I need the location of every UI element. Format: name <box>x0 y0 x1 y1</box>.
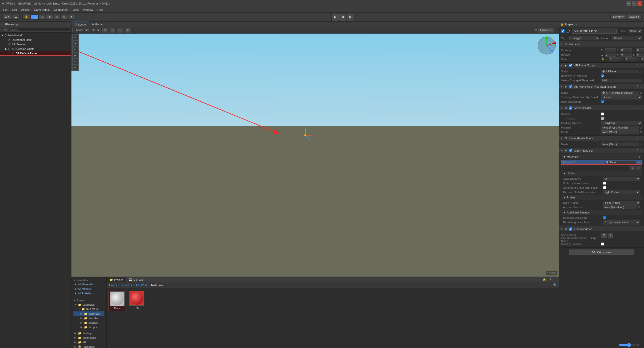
tab-scene[interactable]: ⬡ Scene <box>71 22 89 27</box>
transform-component-header[interactable]: ▼ ⊕ Transform ? ⋮ <box>559 41 644 47</box>
static-dropdown[interactable]: Static <box>628 29 642 33</box>
bottom-lock-btn[interactable]: 🔒 <box>541 278 548 281</box>
scene-gizmo[interactable]: Y X Z <box>537 36 557 56</box>
cooking-options-select[interactable]: Everything <box>601 121 642 125</box>
contribute-gi-cb[interactable] <box>603 186 606 189</box>
ar-plane-enabled[interactable] <box>569 64 572 67</box>
breadcrumb-helloworld[interactable]: HelloWorld <box>135 284 148 287</box>
light-probes-select[interactable]: Blend Probes <box>603 201 640 205</box>
menu-help[interactable]: Help <box>96 8 105 12</box>
mesh-vis-script-field[interactable]: ARPlaneMeshVisualizer <box>601 91 639 95</box>
hierarchy-item-ar-session-origin[interactable]: ▶ ⬡ AR Session Origin <box>0 47 71 51</box>
ar-plane-mesh-settings[interactable]: ⋮ <box>640 85 642 88</box>
menu-component[interactable]: Component <box>52 8 70 12</box>
additional-settings-subheader[interactable]: ▼ Additional Settings <box>561 210 642 215</box>
mesh-filter-mesh-field[interactable]: None (Mesh) <box>601 143 639 146</box>
mesh-collider-header[interactable]: ▼ ⊞ Mesh Collider ? ⋮ <box>559 105 644 111</box>
lighting-subheader[interactable]: ▼ Lighting <box>561 171 642 176</box>
menu-assets[interactable]: Assets <box>19 8 32 12</box>
favorites-all-models[interactable]: ★ All Models <box>73 287 104 291</box>
folder-xr[interactable]: ▶ 📁 XR <box>73 340 104 344</box>
favorites-all-prefabs[interactable]: ★ All Prefabs <box>73 291 104 296</box>
tab-console[interactable]: 💻 Console <box>126 277 147 282</box>
simplify-preview-cb[interactable] <box>601 243 604 246</box>
hierarchy-menu-btn[interactable]: ⋮ <box>67 23 70 26</box>
hierarchy-item-directional-light[interactable]: ▶ ☀ Directional Light <box>0 38 71 42</box>
scale-tool[interactable]: ⊞ <box>46 14 53 20</box>
line-renderer-enabled[interactable] <box>569 227 572 231</box>
asset-plane[interactable]: Plane <box>109 290 126 311</box>
menu-gameobject[interactable]: GameObject <box>32 8 52 12</box>
mesh-target[interactable]: ⊙ <box>640 131 642 134</box>
ar-plane-script-field[interactable]: ARPlane <box>601 70 639 73</box>
mesh-vis-target[interactable]: ⊙ <box>640 91 642 94</box>
scene-tool-scale[interactable]: ⊞ <box>72 53 78 58</box>
folder-tutorialinfo[interactable]: ▶ 📁 TutorialInfo <box>73 335 104 340</box>
add-material-btn[interactable]: + <box>630 166 635 170</box>
step-button[interactable]: ⏭ <box>347 14 354 21</box>
element-0-target[interactable]: ⊙ <box>638 161 640 164</box>
line-renderer-header[interactable]: ▼ ⊞ Line Renderer ? ⋮ <box>559 226 644 232</box>
layers-dropdown[interactable]: Layers ▾ <box>611 14 626 20</box>
mesh-renderer-help[interactable]: ? <box>636 149 638 152</box>
folder-settings[interactable]: ▶ 📁 Settings <box>73 331 104 335</box>
tree-expand-ar-session-origin[interactable]: ▶ <box>5 47 8 50</box>
scene-tab-menu[interactable]: ⋮ <box>552 23 559 26</box>
inspector-lock-icon[interactable]: 🔒 <box>561 23 564 26</box>
bottom-menu-btn[interactable]: ⋮ <box>553 278 559 281</box>
ar-plane-settings[interactable]: ⋮ <box>640 64 642 67</box>
folder-helloworld[interactable]: ▼ 📁 HelloWorld <box>73 307 104 311</box>
tab-project[interactable]: 📁 Project <box>107 277 126 282</box>
ar-plane-component-header[interactable]: ▼ ◈ AR Plane (Script) ? ⋮ <box>559 63 644 68</box>
scene-tool-view[interactable]: 👁 <box>72 35 78 40</box>
scene-tools-btn2[interactable]: + <box>608 233 613 238</box>
transform-settings[interactable]: ⋮ <box>640 43 642 45</box>
mesh-collider-settings[interactable]: ⋮ <box>640 106 642 109</box>
hierarchy-item-ar-session[interactable]: ▶ ⬡ AR Session <box>0 42 71 47</box>
convex-cb[interactable] <box>601 112 604 115</box>
material-element-0[interactable]: Element 0 Plane ⊙ <box>561 160 642 165</box>
tracking-state-select[interactable]: Limited <box>601 95 642 99</box>
object-name-field[interactable] <box>572 29 617 34</box>
rot-y-input[interactable] <box>620 53 632 57</box>
folder-examples[interactable]: ▼ 📁 Examples <box>73 302 104 307</box>
breadcrumb-assets[interactable]: Assets <box>109 284 117 287</box>
cloud-button[interactable]: ☁ <box>12 14 20 20</box>
add-component-btn[interactable]: Add Component <box>569 250 634 255</box>
scene-hidden-btn[interactable]: 👁 <box>124 28 132 33</box>
pause-button[interactable]: ⏸ <box>339 14 346 21</box>
scene-tool-rect[interactable]: ▭ <box>72 59 78 64</box>
folder-prefabs[interactable]: ▶ 📁 Prefabs <box>73 316 104 320</box>
ar-plane-mesh-help[interactable]: ? <box>636 85 638 88</box>
transform-tool[interactable]: ⊕ <box>61 14 68 20</box>
scene-2d-label[interactable]: 2D <box>534 29 537 32</box>
pos-z-input[interactable] <box>636 48 644 52</box>
material-target[interactable]: ⊙ <box>640 126 642 129</box>
scale-z-input[interactable] <box>641 57 644 61</box>
scale-x-input[interactable] <box>609 57 620 61</box>
bottom-expand-btn[interactable]: ⬆ <box>548 278 553 281</box>
favorites-all-materials[interactable]: ★ All Materials <box>73 282 104 287</box>
mesh-renderer-settings[interactable]: ⋮ <box>640 149 642 152</box>
scene-2d-toggle[interactable]: 3D <box>90 28 101 32</box>
mesh-filter-mesh-target[interactable]: ⊙ <box>640 143 642 146</box>
remove-material-btn[interactable]: − <box>636 166 641 170</box>
custom-tool[interactable]: ✦ <box>68 14 75 20</box>
transform-help[interactable]: ? <box>636 43 638 45</box>
asset-red[interactable]: Red <box>128 290 146 311</box>
tab-game[interactable]: ▶ Game <box>89 22 106 27</box>
ar-plane-script-target[interactable]: ⊙ <box>640 70 642 73</box>
folder-scenes[interactable]: ▶ 📁 Scenes <box>73 320 104 325</box>
anchor-override-target[interactable]: ⊙ <box>638 206 640 209</box>
folder-scripts[interactable]: ▶ 📁 Scripts <box>73 325 104 329</box>
hierarchy-item-menu[interactable]: ⋮ <box>68 34 70 37</box>
play-button[interactable]: ▶ <box>332 14 339 21</box>
scene-tools-btn1[interactable]: ⊕ <box>601 233 607 238</box>
menu-edit[interactable]: Edit <box>10 8 19 12</box>
folder-packages[interactable]: ▶ 📦 Packages <box>73 344 104 348</box>
rotate-tool[interactable]: ↻ <box>39 14 46 20</box>
rendering-layer-select[interactable]: 0: Light Layer default <box>603 220 640 224</box>
mesh-collider-help[interactable]: ? <box>636 106 638 109</box>
mesh-renderer-header[interactable]: ▼ ⊞ Mesh Renderer ? ⋮ <box>559 148 644 153</box>
maximize-button[interactable]: □ <box>632 1 636 6</box>
